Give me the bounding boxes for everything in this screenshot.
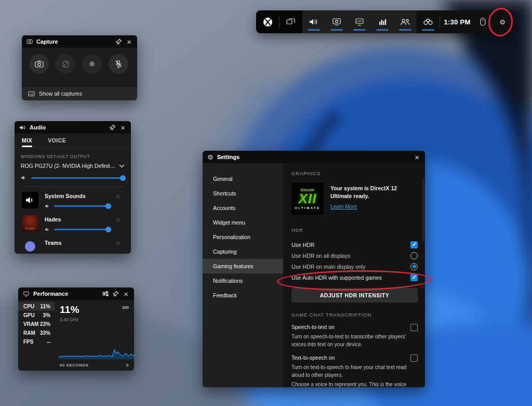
audio-titlebar[interactable]: Audio ×: [15, 121, 131, 134]
audio-tabs: MIX VOICE: [15, 134, 131, 148]
graphics-header: GRAPHICS: [291, 171, 418, 176]
pin-icon[interactable]: [113, 291, 119, 297]
sidebar-item-shortcuts[interactable]: Shortcuts: [203, 186, 283, 201]
pin-icon[interactable]: [110, 124, 116, 130]
close-icon[interactable]: ×: [126, 38, 132, 46]
hdr-all-displays-row: Use HDR on all displays: [291, 250, 418, 261]
speaker-icon: [309, 18, 318, 26]
volume-icon: [45, 204, 50, 208]
sidebar-item-personalization[interactable]: Personalization: [203, 230, 283, 244]
sidebar-item-accounts[interactable]: Accounts: [203, 201, 283, 215]
output-device-name: ROG PG27U (2- NVIDIA High Definition A..…: [21, 163, 116, 169]
adjust-hdr-intensity-button[interactable]: ADJUST HDR INTENSITY: [291, 288, 418, 303]
capture-icon: [332, 18, 341, 26]
stat-row-fps[interactable]: FPS--: [18, 337, 55, 346]
performance-titlebar[interactable]: Performance ×: [18, 287, 134, 300]
sidebar-item-gaming-features[interactable]: Gaming features: [203, 259, 283, 273]
system-sounds-icon: [22, 192, 38, 208]
speech-to-text-checkbox[interactable]: [410, 324, 418, 331]
output-section-label: WINDOWS DEFAULT OUTPUT: [21, 154, 125, 159]
sidebar-item-capturing[interactable]: Capturing: [203, 244, 283, 259]
text-to-speech-row: Text-to-speech on: [291, 355, 418, 362]
active-indicator: [399, 29, 411, 31]
cpu-graph-pane: 11% 3.40 GHz 100 60 SECONDS 0: [55, 300, 134, 371]
sidebar-item-general[interactable]: General: [203, 172, 283, 186]
performance-title: Performance: [33, 291, 98, 297]
resources-widget-toggle[interactable]: [371, 10, 394, 33]
binoculars-icon: [423, 18, 433, 25]
record-last-30s-button[interactable]: [56, 54, 75, 74]
stat-row-ram[interactable]: RAM33%: [18, 329, 55, 337]
auto-hdr-checkbox[interactable]: [410, 274, 418, 281]
master-volume-slider[interactable]: [31, 177, 125, 179]
tab-voice[interactable]: VOICE: [48, 134, 66, 147]
xbox-social-widget-toggle[interactable]: [394, 10, 417, 33]
speaker-icon: [19, 125, 26, 130]
use-hdr-row: Use HDR: [291, 239, 418, 250]
favorite-star-icon[interactable]: [115, 238, 124, 247]
output-device-select[interactable]: ROG PG27U (2- NVIDIA High Definition A..…: [21, 163, 125, 169]
sidebar-item-feedback[interactable]: Feedback: [203, 288, 283, 303]
teams-icon: [22, 238, 38, 254]
stat-row-cpu[interactable]: CPU11%: [18, 302, 55, 311]
performance-options-icon[interactable]: [102, 291, 109, 297]
widgets-icon: [286, 18, 296, 26]
capture-title: Capture: [36, 38, 112, 45]
bar-chart-icon: [378, 18, 387, 26]
capture-titlebar[interactable]: Capture ×: [22, 35, 137, 48]
hdr-main-display-radio[interactable]: [410, 263, 418, 270]
chevron-down-icon: [119, 164, 125, 168]
pin-icon[interactable]: [116, 38, 122, 45]
favorite-star-icon[interactable]: [115, 191, 124, 201]
clock: 1:30 PM: [440, 10, 474, 33]
start-recording-button[interactable]: [82, 54, 102, 74]
audio-widget-toggle[interactable]: [302, 10, 325, 33]
gallery-icon: [28, 91, 35, 97]
scrollbar[interactable]: [422, 179, 424, 241]
directx-ready-text: Your system is DirectX 12 Ultimate ready…: [330, 185, 397, 199]
mixer-row-teams: Teams: [21, 234, 125, 254]
directx-12-ultimate-badge: DirectX XII ULTIMATE: [291, 182, 324, 215]
settings-content: GRAPHICS DirectX XII ULTIMATE Your syste…: [283, 163, 425, 387]
performance-widget-toggle[interactable]: [348, 10, 371, 33]
sidebar-item-widget-menu[interactable]: Widget menu: [203, 215, 283, 230]
learn-more-link[interactable]: Learn More: [330, 203, 357, 211]
speech-to-text-label: Speech-to-text on: [291, 324, 335, 330]
system-sounds-volume-slider[interactable]: [54, 205, 110, 207]
show-all-captures-label: Show all captures: [39, 90, 82, 97]
settings-button[interactable]: [491, 10, 514, 33]
performance-monitor-icon: [23, 291, 30, 297]
desktop: 1:30 PM Capture ×: [0, 0, 532, 406]
settings-sidebar: General Shortcuts Accounts Widget menu P…: [203, 163, 283, 387]
hdr-all-displays-label: Use HDR on all displays: [291, 253, 350, 259]
microphone-off-button[interactable]: [109, 54, 128, 74]
mouse-passthrough-button[interactable]: [474, 10, 491, 33]
widget-menu-button[interactable]: [280, 10, 302, 33]
volume-icon: [21, 175, 27, 180]
text-to-speech-checkbox[interactable]: [410, 355, 418, 362]
sidebar-item-notifications[interactable]: Notifications: [203, 273, 283, 288]
capture-buttons: [22, 48, 137, 80]
show-all-captures-button[interactable]: Show all captures: [22, 87, 137, 100]
close-icon[interactable]: ×: [414, 153, 420, 161]
screenshot-button[interactable]: [29, 54, 49, 74]
stat-row-vram[interactable]: VRAM23%: [18, 320, 55, 329]
close-icon[interactable]: ×: [123, 290, 129, 298]
mixer-row-hades: HADES Hades: [21, 211, 125, 234]
capture-widget-toggle[interactable]: [325, 10, 348, 33]
settings-titlebar[interactable]: Settings ×: [203, 151, 425, 163]
close-icon[interactable]: ×: [119, 124, 126, 132]
text-to-speech-label: Text-to-speech on: [291, 355, 335, 361]
xbox-home-button[interactable]: [256, 10, 279, 33]
hdr-all-displays-radio[interactable]: [410, 252, 418, 259]
capture-panel: Capture × Show all captures: [22, 35, 137, 100]
tab-mix[interactable]: MIX: [22, 134, 32, 147]
text-to-speech-description: Turn on text-to-speech to have your chat…: [291, 363, 418, 379]
favorite-star-icon[interactable]: [115, 215, 124, 224]
hades-volume-slider[interactable]: [54, 229, 110, 230]
speech-to-text-description: Turn on speech-to-text to transcribe oth…: [291, 333, 418, 348]
use-hdr-checkbox[interactable]: [410, 241, 418, 248]
stat-row-gpu[interactable]: GPU3%: [18, 311, 55, 320]
performance-stats-list: CPU11% GPU3% VRAM23% RAM33% FPS--: [18, 300, 55, 371]
looking-for-group-toggle[interactable]: [417, 10, 440, 33]
